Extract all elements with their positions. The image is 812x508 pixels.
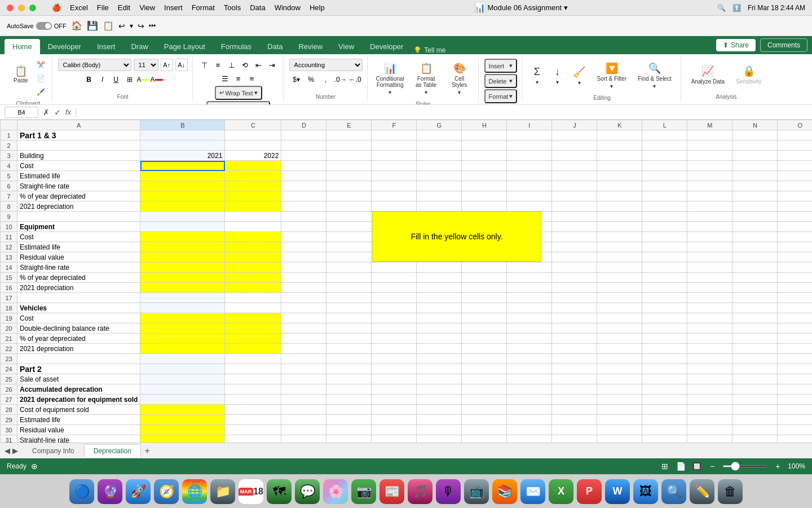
share-button[interactable]: ⬆ Share (716, 39, 756, 51)
row-number[interactable]: 16 (1, 283, 17, 293)
cell-E14[interactable] (326, 262, 372, 273)
cell-F22[interactable] (372, 344, 417, 354)
cell-E1[interactable] (326, 130, 372, 141)
cell-L31[interactable] (642, 435, 687, 443)
cell-E17[interactable] (326, 293, 372, 303)
cell-J6[interactable] (552, 181, 597, 191)
cell-H25[interactable] (462, 374, 507, 384)
cell-D25[interactable] (281, 374, 326, 384)
cell-G17[interactable] (417, 293, 462, 303)
cell-H16[interactable] (462, 283, 507, 293)
cell-D11[interactable] (281, 232, 326, 242)
cell-I23[interactable] (507, 354, 552, 364)
cell-I28[interactable] (507, 405, 552, 415)
cell-H24[interactable] (462, 364, 507, 374)
col-header-L[interactable]: L (642, 120, 687, 130)
dock-facetime[interactable]: 📷 (351, 479, 376, 504)
dock-pen[interactable]: ✏️ (690, 479, 714, 504)
decrease-decimal-button[interactable]: .0→ (334, 73, 347, 86)
dock-books[interactable]: 📚 (492, 479, 517, 504)
cell-O23[interactable] (778, 354, 812, 364)
cell-F21[interactable] (372, 334, 417, 344)
view-menu[interactable]: View (139, 3, 155, 12)
cell-M10[interactable] (687, 222, 732, 232)
cell-C5[interactable] (225, 171, 281, 181)
cell-J18[interactable] (552, 303, 597, 313)
cell-L14[interactable] (642, 262, 687, 273)
cell-D27[interactable] (281, 395, 326, 405)
cell-K6[interactable] (597, 181, 642, 191)
cell-L6[interactable] (642, 181, 687, 191)
next-sheet-button[interactable]: ▶ (12, 446, 18, 455)
cell-G4[interactable] (417, 161, 462, 171)
zoom-out-button[interactable]: − (707, 461, 718, 472)
cell-H18[interactable] (462, 303, 507, 313)
cell-L26[interactable] (642, 384, 687, 395)
cell-G23[interactable] (417, 354, 462, 364)
cell-H22[interactable] (462, 344, 507, 354)
cell-J29[interactable] (552, 415, 597, 425)
cell-M14[interactable] (687, 262, 732, 273)
cell-N7[interactable] (732, 191, 778, 202)
cell-E21[interactable] (326, 334, 372, 344)
col-header-B[interactable]: B (140, 120, 225, 130)
col-header-O[interactable]: O (778, 120, 812, 130)
cell-B17[interactable] (140, 293, 225, 303)
cell-K4[interactable] (597, 161, 642, 171)
cell-J13[interactable] (552, 252, 597, 262)
dock-safari[interactable]: 🧭 (154, 479, 179, 504)
window-menu[interactable]: Window (275, 3, 301, 12)
cell-B19[interactable] (140, 313, 225, 323)
cell-B16[interactable] (140, 283, 225, 293)
cell-M1[interactable] (687, 130, 732, 141)
tab-draw[interactable]: Draw (123, 39, 156, 54)
sum-button[interactable]: Σ ▾ (528, 59, 546, 93)
cell-D26[interactable] (281, 384, 326, 395)
cell-E18[interactable] (326, 303, 372, 313)
cell-L30[interactable] (642, 425, 687, 435)
cell-A19[interactable]: Cost (17, 313, 140, 323)
cell-N22[interactable] (732, 344, 778, 354)
dock-search[interactable]: 🔍 (661, 479, 686, 504)
cell-J11[interactable] (552, 232, 597, 242)
cell-O18[interactable] (778, 303, 812, 313)
orientation-button[interactable]: ⟲ (239, 59, 251, 71)
cell-O13[interactable] (778, 252, 812, 262)
cell-F7[interactable] (372, 191, 417, 202)
cell-O6[interactable] (778, 181, 812, 191)
cell-G21[interactable] (417, 334, 462, 344)
cell-B1[interactable] (140, 130, 225, 141)
cell-E15[interactable] (326, 273, 372, 283)
row-number[interactable]: 4 (1, 161, 17, 171)
cell-L4[interactable] (642, 161, 687, 171)
cell-B4[interactable] (140, 161, 225, 171)
cell-G15[interactable] (417, 273, 462, 283)
row-number[interactable]: 1 (1, 130, 17, 141)
cell-O19[interactable] (778, 313, 812, 323)
clear-button[interactable]: 🧹 ▾ (568, 59, 590, 93)
cell-I15[interactable] (507, 273, 552, 283)
cell-A10[interactable]: Equipment (17, 222, 140, 232)
cell-M2[interactable] (687, 141, 732, 151)
cell-I6[interactable] (507, 181, 552, 191)
cell-L23[interactable] (642, 354, 687, 364)
cell-I3[interactable] (507, 151, 552, 161)
cell-F23[interactable] (372, 354, 417, 364)
cell-M22[interactable] (687, 344, 732, 354)
cell-G27[interactable] (417, 395, 462, 405)
data-menu[interactable]: Data (250, 3, 265, 12)
cell-B31[interactable] (140, 435, 225, 443)
cell-D18[interactable] (281, 303, 326, 313)
cell-H8[interactable] (462, 202, 507, 212)
cell-A11[interactable]: Cost (17, 232, 140, 242)
cell-I7[interactable] (507, 191, 552, 202)
cell-F29[interactable] (372, 415, 417, 425)
dollar-button[interactable]: $▾ (290, 73, 303, 86)
sensitivity-button[interactable]: 🔒 Sensitivity (731, 59, 766, 90)
cell-N28[interactable] (732, 405, 778, 415)
cell-C31[interactable] (225, 435, 281, 443)
cell-D13[interactable] (281, 252, 326, 262)
cell-F30[interactable] (372, 425, 417, 435)
cell-O1[interactable] (778, 130, 812, 141)
cell-G24[interactable] (417, 364, 462, 374)
